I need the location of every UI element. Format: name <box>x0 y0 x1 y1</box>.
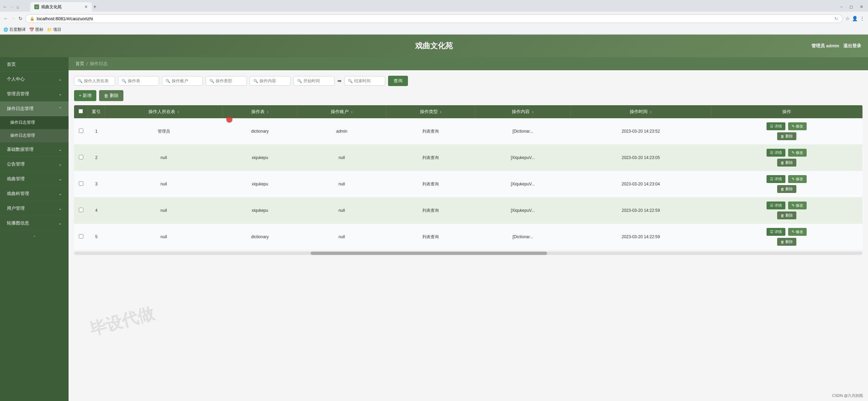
filter-end-time[interactable]: 🔍 <box>344 76 385 86</box>
search-button[interactable]: 查询 <box>388 76 408 86</box>
filter-starttime-input[interactable] <box>303 78 331 83</box>
edit-btn-2[interactable]: ✎ 修改 <box>788 175 807 183</box>
header-account[interactable]: 操作账户 ↕ <box>297 105 386 118</box>
filter-content-input[interactable] <box>260 78 287 83</box>
row-content-0: [Dictionar... <box>475 118 570 145</box>
sidebar-item-home[interactable]: 首页 <box>0 57 69 72</box>
header-operation-table[interactable]: 操作表 ↕ <box>222 105 297 118</box>
filter-operation-table[interactable]: 🔍 <box>118 76 159 86</box>
sidebar-item-users[interactable]: 用户管理 ⌄ <box>0 201 69 216</box>
filter-row: 🔍 🔍 🔍 🔍 <box>74 76 863 86</box>
row-checkbox-2[interactable] <box>79 181 83 186</box>
batch-delete-button[interactable]: 🗑 删除 <box>99 90 123 101</box>
addr-right-icons: ☆ 👤 ⋮ <box>845 16 865 21</box>
nav-back-icon[interactable]: ← <box>3 16 8 21</box>
row-checkbox-4[interactable] <box>79 234 83 239</box>
sidebar-sub-oplog-list[interactable]: 操作日志管理 <box>0 129 69 142</box>
detail-btn-4[interactable]: ☰ 详情 <box>767 228 785 236</box>
nav-refresh-icon[interactable]: ↻ <box>19 16 23 21</box>
sidebar-item-admin-mgr[interactable]: 管理员管理 ⌄ <box>0 87 69 101</box>
close-btn[interactable]: ✕ <box>858 4 865 9</box>
delete-btn-0[interactable]: 🗑 删除 <box>777 132 796 140</box>
filter-endtime-input[interactable] <box>354 78 382 83</box>
profile-icon[interactable]: 👤 <box>852 16 858 21</box>
new-tab-btn[interactable]: + <box>93 4 96 10</box>
sidebar-item-opera[interactable]: 戏曲管理 ⌄ <box>0 172 69 186</box>
active-tab[interactable]: ♬ 戏曲文化苑 ✕ <box>30 2 92 12</box>
sidebar-item-carousel[interactable]: 轮播图信息 ⌄ <box>0 216 69 231</box>
filter-type[interactable]: 🔍 <box>206 76 247 86</box>
url-input-box[interactable]: 🔒 localhost:8081/#/caozuorizhi ↻ <box>25 14 843 23</box>
filter-content[interactable]: 🔍 <box>250 76 291 86</box>
header-content[interactable]: 操作内容 ↕ <box>475 105 570 118</box>
breadcrumb-home[interactable]: 首页 <box>75 61 84 67</box>
delete-btn-4[interactable]: 🗑 删除 <box>777 238 796 246</box>
sidebar: 首页 个人中心 ⌄ 管理员管理 ⌄ 操作日志管理 ⌃ 操作日志管理 操作日志管理… <box>0 57 69 401</box>
sidebar-item-oplog[interactable]: 操作日志管理 ⌃ <box>0 101 69 116</box>
filter-operation-input[interactable] <box>128 78 155 83</box>
filter-endtime-icon: 🔍 <box>348 79 353 83</box>
nav-forward-icon[interactable]: → <box>11 16 16 21</box>
minimize-btn[interactable]: − <box>838 4 845 9</box>
row-checkbox-0[interactable] <box>79 129 83 133</box>
menu-icon[interactable]: ⋮ <box>860 16 865 21</box>
row-account-1: null <box>297 145 386 171</box>
browser-back-btn[interactable]: ← <box>3 4 8 10</box>
detail-btn-0[interactable]: ☰ 详情 <box>767 122 785 130</box>
sidebar-item-announce[interactable]: 公告管理 ⌄ <box>0 157 69 172</box>
sidebar-users-arrow: ⌄ <box>59 206 62 211</box>
bookmark-translate[interactable]: 🌐 百度翻译 <box>3 27 26 33</box>
sidebar-operasci-label: 戏曲科管理 <box>7 191 29 197</box>
sidebar-basedata-arrow: ⌄ <box>59 147 62 152</box>
delete-btn-2[interactable]: 🗑 删除 <box>777 185 796 193</box>
header-operator-table[interactable]: 操作人所在表 ↕ <box>105 105 222 118</box>
row-checkbox-cell-1 <box>74 145 88 171</box>
bookmark-project[interactable]: 📁 项目 <box>47 27 61 33</box>
sort-operation-icon: ↕ <box>267 110 268 114</box>
logout-btn[interactable]: 退出登录 <box>843 43 861 49</box>
filter-operator-input[interactable] <box>84 78 111 83</box>
sidebar-scroll-down[interactable]: ⌄ <box>0 231 69 240</box>
detail-btn-1[interactable]: ☰ 详情 <box>767 149 785 157</box>
row-operation-table-1: xiqukepu <box>222 145 297 171</box>
admin-label: 管理员 admin <box>811 43 839 49</box>
filter-start-time[interactable]: 🔍 <box>293 76 335 86</box>
filter-account-input[interactable] <box>172 78 199 83</box>
header-time[interactable]: 操作时间 ↕ <box>570 105 711 118</box>
filter-account[interactable]: 🔍 <box>162 76 203 86</box>
breadcrumb: 首页 / 操作日志 <box>69 57 868 70</box>
detail-btn-2[interactable]: ☰ 详情 <box>767 175 785 183</box>
bookmark-icons[interactable]: 📅 图标 <box>29 27 44 33</box>
browser-home-btn[interactable]: ⌂ <box>16 4 19 10</box>
detail-btn-3[interactable]: ☰ 详情 <box>767 202 785 209</box>
row-checkbox-3[interactable] <box>79 208 83 212</box>
header-checkbox[interactable] <box>79 109 83 113</box>
table-scroll-thumb[interactable] <box>311 252 547 255</box>
edit-btn-0[interactable]: ✎ 修改 <box>788 122 807 130</box>
sidebar-item-personal[interactable]: 个人中心 ⌄ <box>0 72 69 87</box>
star-icon[interactable]: ☆ <box>845 16 850 21</box>
app-body: 首页 个人中心 ⌄ 管理员管理 ⌄ 操作日志管理 ⌃ 操作日志管理 操作日志管理… <box>0 57 868 401</box>
filter-type-input[interactable] <box>216 78 243 83</box>
restore-btn[interactable]: ◻ <box>847 4 855 9</box>
table-scrollbar[interactable] <box>74 252 863 255</box>
sidebar-item-basedata[interactable]: 基础数据管理 ⌄ <box>0 142 69 157</box>
filter-operator-table[interactable]: 🔍 <box>74 76 115 86</box>
row-checkbox-1[interactable] <box>79 155 83 159</box>
main-content: 首页 / 操作日志 🔍 🔍 🔍 <box>69 57 868 401</box>
row-type-4: 列表查询 <box>386 224 475 250</box>
sidebar-oplog-arrow: ⌃ <box>59 107 62 111</box>
edit-btn-1[interactable]: ✎ 修改 <box>788 149 807 157</box>
delete-btn-1[interactable]: 🗑 删除 <box>777 159 796 167</box>
row-content-2: [XiqukepuV... <box>475 171 570 197</box>
edit-btn-4[interactable]: ✎ 修改 <box>788 228 807 236</box>
browser-forward-btn[interactable]: → <box>10 4 14 10</box>
edit-btn-3[interactable]: ✎ 修改 <box>788 202 807 209</box>
tab-close-btn[interactable]: ✕ <box>84 4 88 9</box>
sidebar-announce-label: 公告管理 <box>7 161 25 167</box>
sidebar-item-operasci[interactable]: 戏曲科管理 ⌄ <box>0 186 69 201</box>
sidebar-sub-oplog-mgr[interactable]: 操作日志管理 <box>0 116 69 129</box>
add-button[interactable]: + 新增 <box>74 90 96 101</box>
delete-btn-3[interactable]: 🗑 删除 <box>777 211 796 219</box>
header-type[interactable]: 操作类型 ↕ <box>386 105 475 118</box>
